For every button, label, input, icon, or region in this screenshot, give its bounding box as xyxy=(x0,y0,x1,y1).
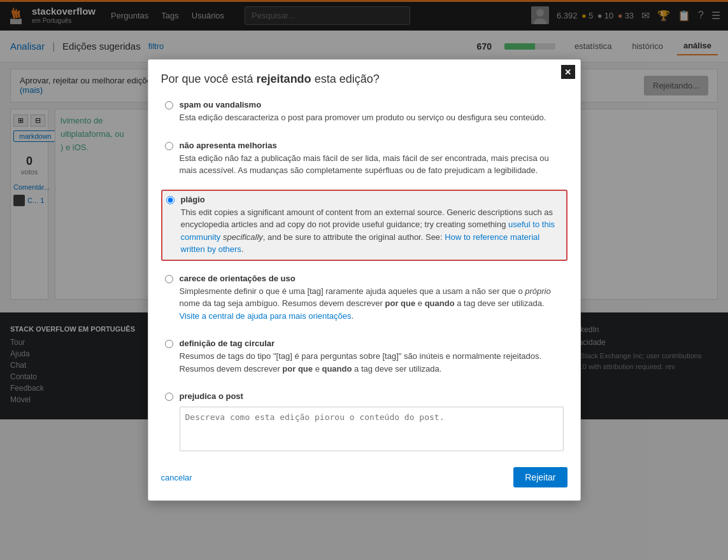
option-lacks-guidance: carece de orientações de uso Simplesment… xyxy=(161,270,567,326)
option-harms: prejudica o post xyxy=(161,388,567,419)
option-circular-desc: Resumos de tags do tipo "[tag] é para pe… xyxy=(180,350,564,375)
radio-harms[interactable] xyxy=(165,393,173,401)
option-lacks-desc: Simplesmente definir o que é uma [tag] r… xyxy=(180,285,564,323)
modal-close-button[interactable]: ✕ xyxy=(561,65,575,79)
option-plagiarism-label: plágio xyxy=(181,195,562,204)
rejection-modal: ✕ Por que você está rejeitando esta ediç… xyxy=(148,59,581,419)
modal-overlay: ✕ Por que você está rejeitando esta ediç… xyxy=(0,0,728,419)
option-circular-label: definição de tag circular xyxy=(180,339,564,348)
option-spam-label: spam ou vandalismo xyxy=(180,100,546,109)
option-plagiarism-desc: This edit copies a significant amount of… xyxy=(181,206,562,256)
option-no-improvement-label: não apresenta melhorias xyxy=(180,141,564,150)
radio-no-improvement[interactable] xyxy=(165,142,173,150)
option-circular: definição de tag circular Resumos de tag… xyxy=(161,335,567,379)
radio-spam[interactable] xyxy=(165,101,173,109)
modal-title: Por que você está rejeitando esta edição… xyxy=(161,73,567,86)
option-lacks-label: carece de orientações de uso xyxy=(180,274,564,283)
option-no-improvement-desc: Esta edição não faz a publicação mais fá… xyxy=(180,152,564,177)
help-center-link[interactable]: Visite a central de ajuda para mais orie… xyxy=(180,311,352,321)
harms-textarea[interactable] xyxy=(180,407,564,419)
option-spam-desc: Esta edição descaracteriza o post para p… xyxy=(180,111,546,124)
option-plagiarism: plágio This edit copies a significant am… xyxy=(161,190,567,261)
radio-circular[interactable] xyxy=(165,340,173,348)
option-no-improvement: não apresenta melhorias Esta edição não … xyxy=(161,137,567,181)
option-harms-label: prejudica o post xyxy=(180,391,564,401)
option-spam: spam ou vandalismo Esta edição descaract… xyxy=(161,96,567,128)
radio-lacks-guidance[interactable] xyxy=(165,275,173,283)
radio-plagiarism[interactable] xyxy=(166,196,175,204)
